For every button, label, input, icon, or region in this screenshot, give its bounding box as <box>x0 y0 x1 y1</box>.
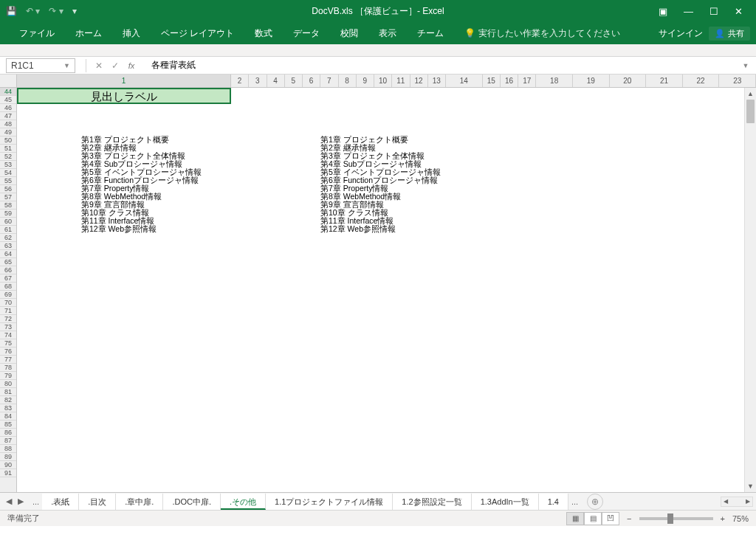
col-header[interactable]: 8 <box>339 75 357 87</box>
zoom-level[interactable]: 75% <box>732 514 749 523</box>
row-header[interactable]: 71 <box>0 307 16 315</box>
row-header[interactable]: 66 <box>0 266 16 274</box>
cells[interactable]: 見出しラベル 第1章 プロジェクト概要第2章 継承情報第3章 プロジェクト全体情… <box>17 88 756 492</box>
name-box[interactable]: R1C1 ▼ <box>6 58 75 73</box>
row-header[interactable]: 65 <box>0 258 16 266</box>
sheet-tab[interactable]: 1.2参照設定一覧 <box>393 494 471 510</box>
col-header[interactable]: 10 <box>374 75 392 87</box>
tab-page-layout[interactable]: ページ レイアウト <box>151 22 244 44</box>
row-header[interactable]: 61 <box>0 226 16 234</box>
col-header[interactable]: 2 <box>231 75 249 87</box>
row-header[interactable]: 70 <box>0 299 16 307</box>
row-header[interactable]: 67 <box>0 274 16 283</box>
tab-nav-prev-icon[interactable]: ◀ <box>6 497 12 506</box>
select-all-corner[interactable] <box>0 75 17 87</box>
row-header[interactable]: 63 <box>0 242 16 250</box>
save-icon[interactable]: 💾 <box>6 6 17 16</box>
sheet-tab[interactable]: 1.1プロジェクトファイル情報 <box>266 494 393 510</box>
row-header[interactable]: 53 <box>0 161 16 169</box>
tab-data[interactable]: データ <box>283 22 330 44</box>
row-header[interactable]: 88 <box>0 445 16 453</box>
vertical-scrollbar[interactable]: ▲ ▼ <box>744 88 756 492</box>
ribbon-display-icon[interactable]: ▣ <box>659 6 667 17</box>
row-header[interactable]: 47 <box>0 112 16 120</box>
row-header[interactable]: 87 <box>0 437 16 445</box>
tab-overflow-left[interactable]: ... <box>30 497 42 506</box>
tab-view[interactable]: 表示 <box>368 22 407 44</box>
row-header[interactable]: 91 <box>0 469 16 477</box>
row-header[interactable]: 76 <box>0 347 16 356</box>
row-header[interactable]: 51 <box>0 145 16 153</box>
zoom-out-button[interactable]: − <box>627 514 631 523</box>
scroll-down-icon[interactable]: ▼ <box>745 480 756 492</box>
zoom-handle[interactable] <box>667 513 673 524</box>
col-header[interactable]: 14 <box>446 75 483 87</box>
col-header[interactable]: 4 <box>267 75 285 87</box>
redo-icon[interactable]: ↷ ▾ <box>49 6 63 16</box>
sheet-tab[interactable]: .表紙 <box>42 494 79 510</box>
col-header[interactable]: 23 <box>719 75 756 87</box>
col-header[interactable]: 9 <box>357 75 374 87</box>
row-header[interactable]: 64 <box>0 250 16 258</box>
row-header[interactable]: 68 <box>0 283 16 291</box>
signin-link[interactable]: サインイン <box>659 27 703 40</box>
row-header[interactable]: 48 <box>0 120 16 128</box>
row-header[interactable]: 59 <box>0 210 16 218</box>
sheet-tab[interactable]: 1.4 <box>539 494 568 510</box>
col-header[interactable]: 15 <box>483 75 501 87</box>
page-break-view-button[interactable]: 凹 <box>602 512 619 525</box>
row-header[interactable]: 85 <box>0 421 16 429</box>
scroll-thumb[interactable] <box>746 100 755 123</box>
col-header[interactable]: 18 <box>536 75 573 87</box>
zoom-slider[interactable] <box>639 517 713 520</box>
row-header[interactable]: 46 <box>0 104 16 112</box>
row-header[interactable]: 80 <box>0 380 16 388</box>
tab-home[interactable]: ホーム <box>65 22 112 44</box>
tab-file[interactable]: ファイル <box>9 22 65 44</box>
qat-customize-icon[interactable]: ▾ <box>72 6 77 16</box>
tab-review[interactable]: 校閲 <box>330 22 368 44</box>
col-header[interactable]: 3 <box>249 75 267 87</box>
formula-expand-icon[interactable]: ▼ <box>740 62 752 69</box>
formula-input[interactable]: 各種背表紙 <box>147 58 734 73</box>
row-header[interactable]: 50 <box>0 136 16 145</box>
col-header[interactable]: 16 <box>501 75 518 87</box>
row-header[interactable]: 81 <box>0 388 16 396</box>
col-header[interactable]: 1 <box>17 75 231 87</box>
enter-formula-icon[interactable]: ✓ <box>107 60 123 71</box>
tab-overflow-right[interactable]: ... <box>568 497 581 506</box>
sheet-tab[interactable]: 1.3AddIn一覧 <box>472 494 539 510</box>
col-header[interactable]: 21 <box>646 75 683 87</box>
row-header[interactable]: 83 <box>0 404 16 412</box>
row-header[interactable]: 56 <box>0 185 16 193</box>
sheet-tab[interactable]: .目次 <box>79 494 116 510</box>
col-header[interactable]: 6 <box>303 75 320 87</box>
col-header[interactable]: 7 <box>320 75 338 87</box>
row-header[interactable]: 73 <box>0 323 16 331</box>
sheet-tab[interactable]: .DOC中扉. <box>163 494 221 510</box>
col-header[interactable]: 20 <box>610 75 647 87</box>
row-header[interactable]: 52 <box>0 153 16 161</box>
tab-insert[interactable]: 挿入 <box>112 22 151 44</box>
page-layout-view-button[interactable]: ▤ <box>584 512 602 525</box>
col-header[interactable]: 11 <box>392 75 410 87</box>
col-header[interactable]: 22 <box>683 75 720 87</box>
row-header[interactable]: 82 <box>0 396 16 404</box>
add-sheet-button[interactable]: ⊕ <box>587 494 603 510</box>
sheet-tab[interactable]: .その他 <box>221 494 266 510</box>
col-header[interactable]: 5 <box>285 75 303 87</box>
row-header[interactable]: 58 <box>0 201 16 210</box>
tab-nav-next-icon[interactable]: ▶ <box>18 497 24 506</box>
row-header[interactable]: 45 <box>0 96 16 104</box>
row-header[interactable]: 54 <box>0 169 16 177</box>
col-header[interactable]: 12 <box>410 75 428 87</box>
minimize-icon[interactable]: — <box>684 6 693 17</box>
row-header[interactable]: 49 <box>0 128 16 136</box>
close-icon[interactable]: ✕ <box>735 6 743 17</box>
row-header[interactable]: 69 <box>0 291 16 299</box>
col-header[interactable]: 17 <box>518 75 536 87</box>
row-header[interactable]: 60 <box>0 218 16 226</box>
row-header[interactable]: 79 <box>0 372 16 380</box>
row-header[interactable]: 75 <box>0 339 16 347</box>
undo-icon[interactable]: ↶ ▾ <box>26 6 40 16</box>
